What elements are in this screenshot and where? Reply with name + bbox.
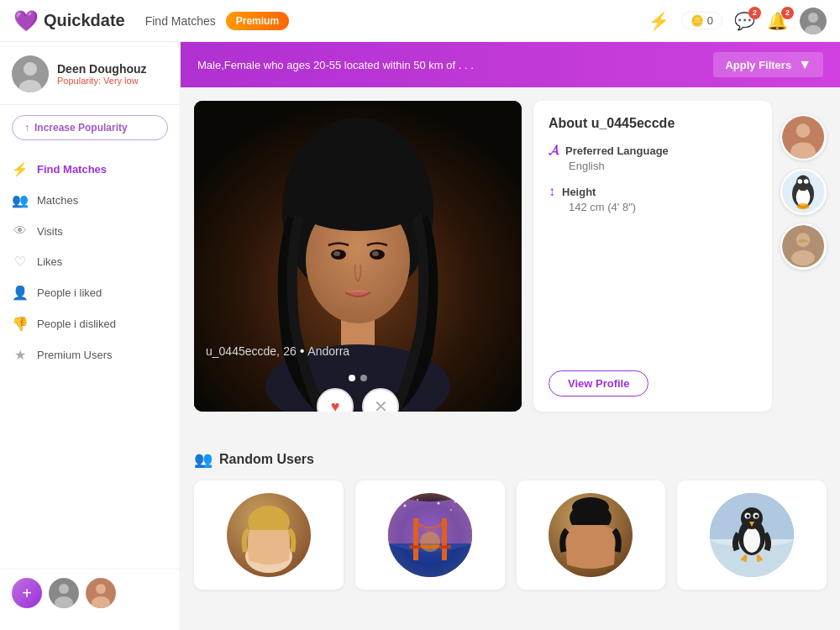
height-item: ↕ Height 142 cm (4' 8")	[549, 184, 757, 213]
topbar-right: ⚡ 🪙 0 💬 2 🔔 2	[648, 8, 827, 34]
sidebar-bottom-avatars: +	[0, 569, 180, 617]
sidebar-user-info: Deen Doughouz Popularity: Very low	[57, 62, 147, 86]
svg-point-7	[59, 584, 69, 594]
dot-1	[349, 375, 355, 381]
user-avatar-top[interactable]	[800, 8, 827, 34]
svg-point-10	[96, 584, 106, 594]
sidebar-avatar-svg	[12, 55, 49, 92]
action-buttons: ♥ ✕	[317, 388, 399, 412]
about-title: About u_0445eccde	[549, 116, 757, 131]
notifications-icon-btn[interactable]: 🔔 2	[767, 11, 788, 31]
profile-card: u_0445eccde, 26 • Andorra ♥ ✕	[194, 101, 522, 412]
random-users-title: Random Users	[219, 452, 314, 467]
svg-point-31	[797, 203, 810, 209]
random-users-grid	[194, 480, 827, 590]
logo[interactable]: 💜 Quickdate	[13, 9, 125, 33]
sidebar-user-section: Deen Doughouz Popularity: Very low	[0, 55, 180, 105]
premium-badge[interactable]: Premium	[226, 12, 289, 30]
svg-point-61	[747, 515, 750, 518]
photo-dots	[349, 375, 367, 381]
random-header: 👥 Random Users	[194, 450, 827, 469]
sidebar-avatar-2[interactable]	[86, 578, 116, 608]
sidebar-user-avatar[interactable]	[12, 55, 49, 92]
dislike-btn[interactable]: ✕	[362, 388, 399, 412]
find-matches-nav[interactable]: Find Matches	[145, 14, 216, 28]
random-users-icon: 👥	[194, 450, 213, 469]
sidebar-item-visits[interactable]: 👁 Visits	[0, 216, 180, 246]
match-area: u_0445eccde, 26 • Andorra ♥ ✕ About u_04…	[181, 87, 840, 425]
svg-point-4	[24, 62, 37, 76]
logo-heart-icon: 💜	[13, 9, 39, 33]
sidebar-avatar-1[interactable]	[49, 578, 79, 608]
coins-icon: 🪙	[690, 14, 704, 27]
dot-2	[360, 375, 367, 381]
random-section: 👥 Random Users	[181, 425, 840, 603]
sidebar-item-premium-users[interactable]: ★ Premium Users	[0, 339, 180, 370]
sidebar-item-people-disliked[interactable]: 👎 People i disliked	[0, 308, 180, 339]
svg-point-57	[743, 528, 760, 553]
svg-point-28	[796, 176, 811, 192]
svg-point-62	[755, 515, 759, 518]
side-avatar-1[interactable]	[780, 114, 827, 160]
svg-point-30	[804, 179, 809, 184]
side-avatar-3[interactable]	[780, 223, 827, 270]
svg-point-41	[437, 502, 439, 505]
main-layout: Deen Doughouz Popularity: Very low ↑ Inc…	[0, 42, 840, 630]
topbar: 💜 Quickdate Find Matches Premium ⚡ 🪙 0 💬…	[0, 0, 840, 42]
user-avatar-svg	[800, 8, 827, 34]
increase-popularity-btn[interactable]: ↑ Increase Popularity	[12, 115, 168, 140]
svg-point-48	[420, 532, 440, 552]
svg-point-42	[450, 509, 452, 511]
sidebar-item-likes[interactable]: ♡ Likes	[0, 246, 180, 277]
profile-age: 26	[283, 344, 297, 358]
svg-point-21	[286, 164, 429, 231]
svg-point-1	[808, 13, 818, 23]
find-matches-icon: ⚡	[12, 161, 29, 177]
height-icon: ↕	[549, 184, 555, 199]
random-user-card-3[interactable]	[517, 480, 666, 590]
random-user-img-4	[710, 493, 794, 577]
filter-funnel-icon: ▼	[798, 57, 811, 72]
profile-name-bar: u_0445eccde, 26 • Andorra	[194, 337, 522, 365]
people-liked-icon: 👤	[12, 285, 29, 301]
random-user-img-1	[227, 493, 311, 577]
random-user-card-1[interactable]	[194, 480, 344, 590]
sidebar-item-matches[interactable]: 👥 Matches	[0, 185, 180, 216]
svg-point-23	[796, 123, 811, 138]
apply-filters-btn[interactable]: Apply Filters ▼	[713, 52, 823, 77]
svg-point-39	[403, 505, 406, 507]
arrow-up-icon: ↑	[24, 122, 29, 134]
random-user-card-2[interactable]	[355, 480, 505, 590]
profile-photo-svg	[194, 101, 522, 412]
flash-icon-btn[interactable]: ⚡	[648, 11, 669, 31]
main-content: Male,Female who ages 20-55 located withi…	[181, 42, 840, 630]
svg-point-20	[372, 251, 379, 256]
messages-icon-btn[interactable]: 💬 2	[734, 11, 755, 31]
visits-icon: 👁	[12, 223, 29, 239]
filter-text: Male,Female who ages 20-55 located withi…	[197, 59, 706, 71]
sidebar-item-people-liked[interactable]: 👤 People i liked	[0, 277, 180, 308]
svg-point-51	[572, 497, 609, 517]
side-avatar-2[interactable]	[780, 169, 827, 215]
random-user-img-3	[549, 493, 633, 577]
view-profile-btn[interactable]: View Profile	[549, 370, 648, 396]
coins-btn[interactable]: 🪙 0	[681, 12, 722, 29]
profile-username: u_0445eccde,	[206, 344, 280, 358]
coins-count: 0	[707, 14, 713, 27]
sidebar-nav: ⚡ Find Matches 👥 Matches 👁 Visits ♡ Like…	[0, 150, 180, 374]
profile-image	[194, 101, 522, 412]
language-label: Preferred Language	[565, 144, 669, 157]
premium-users-icon: ★	[12, 347, 29, 363]
random-user-card-4[interactable]	[677, 480, 827, 590]
people-disliked-icon: 👎	[12, 316, 29, 332]
filter-bar: Male,Female who ages 20-55 located withi…	[181, 42, 840, 87]
sidebar-user-popularity: Popularity: Very low	[57, 76, 147, 86]
random-user-img-2	[388, 493, 472, 577]
svg-point-34	[791, 250, 815, 266]
sidebar-item-find-matches[interactable]: ⚡ Find Matches	[0, 154, 180, 185]
svg-point-29	[798, 179, 803, 184]
sidebar-user-name: Deen Doughouz	[57, 62, 147, 76]
add-avatar-btn[interactable]: +	[12, 578, 42, 608]
messages-badge: 2	[748, 7, 761, 19]
like-btn[interactable]: ♥	[317, 388, 354, 412]
